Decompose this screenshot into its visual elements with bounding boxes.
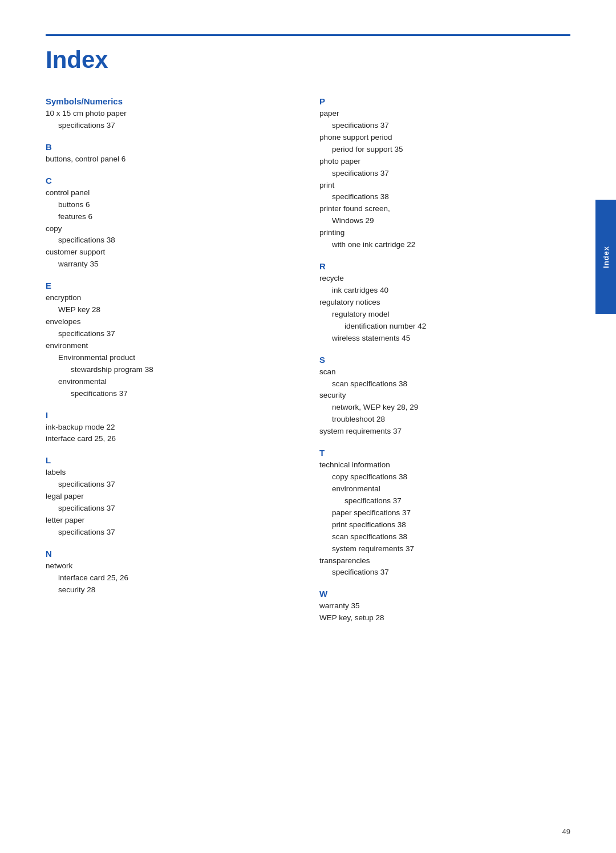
index-entry: period for support 35 bbox=[319, 144, 570, 156]
section-header: B bbox=[46, 142, 297, 152]
index-entry: specifications 37 bbox=[46, 479, 297, 491]
index-section: Wwarranty 35WEP key, setup 28 bbox=[319, 589, 570, 624]
index-entry: buttons, control panel 6 bbox=[46, 153, 297, 165]
left-column: Symbols/Numerics10 x 15 cm photo papersp… bbox=[46, 96, 297, 607]
index-entry: specifications 37 bbox=[46, 388, 297, 400]
section-header: I bbox=[46, 410, 297, 420]
section-header: P bbox=[319, 96, 570, 106]
index-entry: interface card 25, 26 bbox=[46, 433, 297, 445]
index-entry: print specifications 38 bbox=[319, 519, 570, 531]
index-section: Iink-backup mode 22interface card 25, 26 bbox=[46, 410, 297, 446]
section-header: C bbox=[46, 176, 297, 185]
index-entry: photo paper bbox=[319, 156, 570, 168]
index-entry: warranty 35 bbox=[46, 258, 297, 270]
index-section: Ppaperspecifications 37phone support per… bbox=[319, 96, 570, 251]
index-section: Symbols/Numerics10 x 15 cm photo papersp… bbox=[46, 96, 297, 132]
index-entry: with one ink cartridge 22 bbox=[319, 239, 570, 251]
index-entry: regulatory notices bbox=[319, 297, 570, 309]
index-entry: copy specifications 38 bbox=[319, 471, 570, 483]
index-entry: transparencies bbox=[319, 555, 570, 567]
index-entry: recycle bbox=[319, 273, 570, 285]
index-entry: stewardship program 38 bbox=[46, 364, 297, 376]
index-entry: scan specifications 38 bbox=[319, 378, 570, 390]
index-entry: regulatory model bbox=[319, 309, 570, 321]
index-entry: environmental bbox=[46, 376, 297, 388]
index-entry: scan specifications 38 bbox=[319, 531, 570, 543]
index-entry: 10 x 15 cm photo paper bbox=[46, 108, 297, 120]
index-entry: specifications 37 bbox=[319, 567, 570, 579]
index-section: Bbuttons, control panel 6 bbox=[46, 142, 297, 165]
index-entry: specifications 38 bbox=[319, 191, 570, 203]
side-tab-label: Index bbox=[602, 246, 610, 268]
index-entry: buttons 6 bbox=[46, 199, 297, 211]
index-entry: specifications 37 bbox=[319, 168, 570, 180]
index-entry: network bbox=[46, 560, 297, 572]
index-section: Ccontrol panelbuttons 6features 6copyspe… bbox=[46, 176, 297, 270]
index-entry: customer support bbox=[46, 246, 297, 258]
index-entry: letter paper bbox=[46, 515, 297, 527]
index-entry: security bbox=[319, 390, 570, 402]
section-header: L bbox=[46, 455, 297, 465]
index-entry: security 28 bbox=[46, 584, 297, 596]
index-entry: environmental bbox=[319, 483, 570, 495]
index-entry: labels bbox=[46, 467, 297, 479]
section-header: Symbols/Numerics bbox=[46, 96, 297, 106]
index-entry: envelopes bbox=[46, 316, 297, 328]
index-entry: encryption bbox=[46, 292, 297, 304]
page: Index Symbols/Numerics10 x 15 cm photo p… bbox=[0, 0, 616, 680]
index-entry: phone support period bbox=[319, 132, 570, 144]
index-entry: specifications 37 bbox=[46, 527, 297, 539]
index-entry: ink-backup mode 22 bbox=[46, 422, 297, 434]
index-entry: interface card 25, 26 bbox=[46, 572, 297, 584]
index-entry: specifications 37 bbox=[319, 120, 570, 132]
index-entry: specifications 38 bbox=[46, 235, 297, 246]
index-section: Llabelsspecifications 37legal paperspeci… bbox=[46, 455, 297, 539]
index-entry: WEP key, setup 28 bbox=[319, 612, 570, 624]
index-entry: control panel bbox=[46, 187, 297, 199]
index-section: EencryptionWEP key 28envelopesspecificat… bbox=[46, 281, 297, 399]
page-title: Index bbox=[46, 46, 570, 74]
right-column: Ppaperspecifications 37phone support per… bbox=[319, 96, 570, 634]
index-entry: specifications 37 bbox=[46, 503, 297, 515]
index-entry: ink cartridges 40 bbox=[319, 285, 570, 297]
side-tab: Index bbox=[595, 200, 616, 314]
index-entry: legal paper bbox=[46, 491, 297, 503]
index-entry: printing bbox=[319, 227, 570, 239]
top-rule bbox=[46, 34, 570, 36]
index-entry: wireless statements 45 bbox=[319, 333, 570, 345]
index-entry: specifications 37 bbox=[319, 495, 570, 507]
index-entry: Windows 29 bbox=[319, 215, 570, 227]
index-entry: scan bbox=[319, 366, 570, 378]
index-entry: print bbox=[319, 180, 570, 192]
index-entry: copy bbox=[46, 223, 297, 235]
index-section: Nnetworkinterface card 25, 26security 28 bbox=[46, 549, 297, 596]
index-entry: features 6 bbox=[46, 211, 297, 223]
index-entry: paper specifications 37 bbox=[319, 507, 570, 519]
index-entry: paper bbox=[319, 108, 570, 120]
section-header: E bbox=[46, 281, 297, 290]
index-entry: network, WEP key 28, 29 bbox=[319, 402, 570, 414]
index-columns: Symbols/Numerics10 x 15 cm photo papersp… bbox=[46, 96, 570, 634]
index-section: Sscanscan specifications 38securitynetwo… bbox=[319, 355, 570, 438]
index-entry: Environmental product bbox=[46, 352, 297, 364]
index-entry: specifications 37 bbox=[46, 328, 297, 340]
section-header: W bbox=[319, 589, 570, 599]
index-entry: environment bbox=[46, 340, 297, 352]
section-header: S bbox=[319, 355, 570, 365]
index-entry: identification number 42 bbox=[319, 321, 570, 333]
index-entry: specifications 37 bbox=[46, 120, 297, 132]
index-entry: technical information bbox=[319, 459, 570, 471]
index-entry: system requirements 37 bbox=[319, 543, 570, 555]
index-entry: printer found screen, bbox=[319, 203, 570, 215]
index-section: Ttechnical informationcopy specification… bbox=[319, 448, 570, 579]
index-entry: warranty 35 bbox=[319, 600, 570, 612]
index-entry: troubleshoot 28 bbox=[319, 414, 570, 426]
section-header: R bbox=[319, 261, 570, 271]
index-entry: WEP key 28 bbox=[46, 304, 297, 316]
index-section: Rrecycleink cartridges 40regulatory noti… bbox=[319, 261, 570, 345]
section-header: T bbox=[319, 448, 570, 458]
index-entry: system requirements 37 bbox=[319, 426, 570, 438]
section-header: N bbox=[46, 549, 297, 559]
page-number: 49 bbox=[562, 827, 570, 836]
